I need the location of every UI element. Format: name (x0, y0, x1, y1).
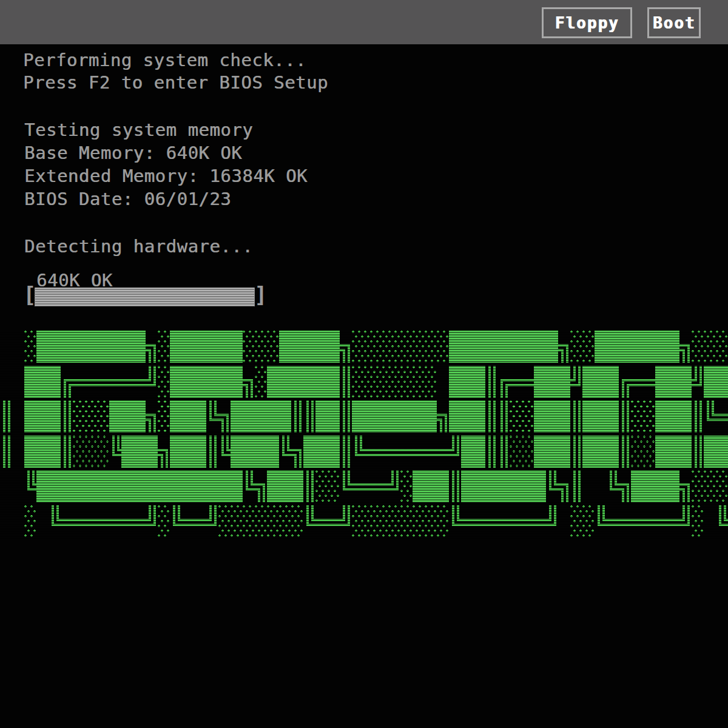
art-cell (510, 470, 522, 502)
art-cell (364, 505, 376, 538)
art-cell (24, 331, 36, 363)
art-cell (573, 400, 581, 433)
art-cell (146, 470, 158, 502)
art-cell (376, 400, 388, 433)
art-cell (61, 331, 73, 363)
art-cell (376, 484, 389, 491)
art-cell (488, 400, 496, 433)
art-cell (485, 331, 497, 363)
art-cell (619, 519, 632, 526)
art-cell (546, 366, 558, 398)
art-cell (449, 436, 459, 456)
art-cell (449, 400, 461, 433)
art-cell (206, 331, 218, 363)
art-cell (64, 379, 73, 398)
art-cell (279, 366, 291, 398)
art-cell (49, 366, 61, 398)
art-cell (400, 470, 413, 502)
art-cell (282, 436, 291, 456)
art-cell (413, 331, 425, 363)
art-cell (425, 366, 437, 398)
art-cell (85, 436, 97, 468)
art-cell (695, 436, 702, 468)
art-cell (497, 331, 510, 363)
art-cell (182, 366, 194, 398)
art-cell (704, 436, 716, 468)
console-line-performing: Performing system check... (23, 51, 306, 69)
art-cell (500, 379, 510, 398)
art-cell (679, 400, 692, 433)
art-cell (328, 400, 340, 433)
art-cell (643, 331, 655, 363)
art-cell (109, 379, 122, 386)
art-cell (109, 331, 121, 363)
art-cell (388, 331, 400, 363)
art-cell (343, 470, 352, 491)
art-cell (364, 400, 376, 433)
boot-button[interactable]: Boot (647, 7, 701, 38)
art-cell (146, 436, 158, 468)
art-cell (692, 366, 702, 386)
art-cell (109, 519, 122, 526)
art-cell (343, 436, 350, 468)
art-cell (704, 470, 716, 502)
art-cell (546, 331, 558, 363)
art-cell (522, 470, 534, 502)
art-cell (667, 436, 679, 468)
art-cell (243, 436, 255, 468)
art-cell (85, 331, 97, 363)
art-cell (622, 379, 631, 398)
art-cell (255, 505, 267, 538)
art-cell (182, 436, 194, 468)
art-cell (461, 331, 473, 363)
art-cell (643, 436, 655, 468)
art-cell (97, 519, 110, 526)
art-cell (209, 400, 218, 421)
art-cell (425, 400, 437, 433)
art-cell (388, 449, 401, 456)
art-cell (425, 470, 437, 502)
art-cell (109, 400, 121, 433)
art-cell (49, 436, 61, 468)
art-cell (182, 470, 194, 502)
art-cell (425, 505, 437, 538)
art-cell (352, 505, 364, 538)
art-cell (158, 366, 170, 398)
console-line-press-f2: Press F2 to enter BIOS Setup (23, 73, 328, 92)
art-cell (73, 436, 85, 468)
art-cell (534, 366, 546, 398)
art-cell (194, 331, 206, 363)
art-cell (413, 470, 425, 502)
art-cell (158, 331, 170, 363)
art-cell (267, 400, 279, 433)
art-cell (497, 519, 510, 526)
art-cell (291, 366, 303, 398)
art-cell (622, 436, 629, 468)
art-cell (570, 331, 582, 363)
art-cell (546, 400, 558, 433)
art-cell (85, 379, 98, 386)
art-cell (306, 470, 314, 502)
art-cell (364, 331, 376, 363)
art-cell (622, 400, 629, 433)
art-cell (255, 331, 267, 363)
art-cell (85, 519, 98, 526)
art-cell (255, 484, 265, 502)
art-cell (488, 366, 496, 398)
art-cell (570, 505, 582, 538)
art-cell (607, 436, 619, 468)
art-cell (170, 436, 182, 468)
art-cell (352, 366, 364, 398)
art-cell (473, 331, 485, 363)
art-cell (352, 484, 365, 491)
art-cell (24, 366, 36, 398)
art-cell (631, 436, 643, 468)
floppy-button[interactable]: Floppy (542, 7, 632, 38)
art-cell (231, 505, 243, 538)
art-cell (488, 436, 496, 468)
art-cell (425, 449, 437, 456)
art-cell (73, 331, 85, 363)
art-cell (679, 436, 692, 468)
art-cell (255, 400, 267, 433)
art-cell (221, 436, 231, 456)
